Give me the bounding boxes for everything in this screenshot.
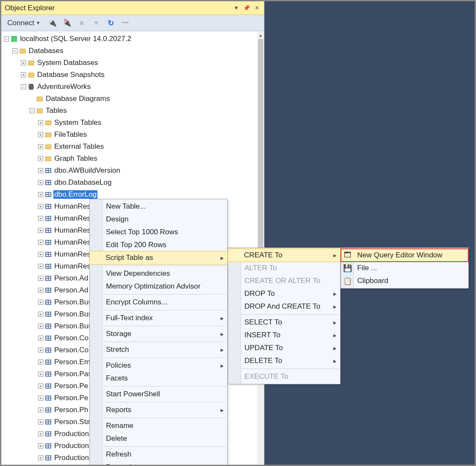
expand-icon[interactable]: +: [38, 372, 43, 377]
expand-icon[interactable]: +: [38, 431, 43, 437]
menu-insert-to[interactable]: INSERT To: [228, 329, 340, 342]
menu-memory-opt[interactable]: Memory Optimization Advisor: [90, 280, 227, 293]
menu-view-dependencies[interactable]: View Dependencies: [90, 267, 227, 280]
menu-policies[interactable]: Policies: [90, 359, 227, 372]
menu-create-to[interactable]: CREATE To: [228, 248, 341, 262]
menu-stretch[interactable]: Stretch: [90, 343, 227, 356]
tree-adventureworks[interactable]: −AdventureWorks: [1, 81, 264, 93]
tree-label: Graph Tables: [53, 154, 98, 163]
menu-design[interactable]: Design: [90, 213, 227, 226]
expand-icon[interactable]: +: [21, 60, 26, 65]
expand-icon[interactable]: +: [38, 180, 43, 185]
tree-label: localhost (SQL Server 14.0.2027.2: [19, 35, 132, 43]
expand-icon[interactable]: +: [38, 144, 43, 149]
menu-script-table-as[interactable]: Script Table as: [89, 251, 228, 265]
expand-icon[interactable]: +: [38, 443, 43, 448]
collapse-icon[interactable]: −: [4, 36, 9, 41]
tree-dbdiag[interactable]: Database Diagrams: [1, 93, 264, 105]
menu-delete-to[interactable]: DELETE To: [228, 354, 340, 367]
tree-exttables[interactable]: +External Tables: [1, 141, 264, 153]
menu-edit-top[interactable]: Edit Top 200 Rows: [90, 239, 227, 251]
tree-tables[interactable]: −Tables: [1, 105, 264, 117]
menu-select-to[interactable]: SELECT To: [228, 316, 340, 329]
expand-icon[interactable]: +: [38, 240, 43, 245]
tree-databases[interactable]: −Databases: [1, 45, 264, 57]
tree-dbsnap[interactable]: +Database Snapshots: [1, 69, 264, 81]
expand-icon[interactable]: +: [38, 348, 43, 353]
collapse-icon[interactable]: −: [12, 48, 18, 53]
expand-icon[interactable]: +: [38, 276, 43, 281]
expand-icon[interactable]: +: [38, 288, 43, 293]
save-icon: 💾: [344, 264, 351, 272]
menu-reports[interactable]: Reports: [90, 404, 227, 416]
tree-label: System Tables: [53, 118, 102, 127]
close-icon[interactable]: ✕: [253, 5, 261, 11]
expand-icon[interactable]: +: [38, 132, 43, 137]
expand-icon[interactable]: +: [38, 264, 43, 269]
expand-icon[interactable]: +: [38, 312, 43, 317]
expand-icon[interactable]: +: [38, 204, 43, 209]
activity-icon[interactable]: 〰: [121, 19, 129, 27]
expand-icon[interactable]: +: [38, 216, 43, 221]
scroll-up-icon[interactable]: ▲: [257, 31, 264, 39]
tree-table-item[interactable]: +dbo.DatabaseLog: [1, 177, 264, 189]
menu-properties[interactable]: Properties: [90, 461, 227, 466]
stop-icon: ■: [78, 19, 85, 27]
tree-filetables[interactable]: +FileTables: [1, 129, 264, 141]
collapse-icon[interactable]: −: [21, 84, 26, 89]
tree-sysdb[interactable]: +System Databases: [1, 57, 264, 69]
menu-select-top[interactable]: Select Top 1000 Rows: [90, 226, 227, 239]
expand-icon[interactable]: +: [38, 252, 43, 257]
menu-separator: [103, 326, 226, 326]
expand-icon[interactable]: +: [38, 383, 43, 389]
menu-clipboard[interactable]: 📋 Clipboard: [341, 274, 468, 287]
expand-icon[interactable]: +: [38, 419, 43, 425]
menu-file[interactable]: 💾 File ...: [341, 262, 468, 274]
menu-update-to[interactable]: UPDATE To: [228, 342, 340, 354]
connect-icon[interactable]: 🔌: [49, 19, 56, 27]
tree-table-item[interactable]: +dbo.AWBuildVersion: [1, 165, 264, 177]
table-icon: [45, 215, 52, 222]
connect-label: Connect: [7, 19, 34, 27]
expand-icon[interactable]: +: [38, 300, 43, 305]
tree-label: Person.Bus: [53, 310, 93, 319]
expand-icon[interactable]: +: [38, 228, 43, 233]
tree-graphtables[interactable]: +Graph Tables: [1, 153, 264, 165]
tree-server[interactable]: −localhost (SQL Server 14.0.2027.2: [1, 33, 264, 45]
menu-rename[interactable]: Rename: [90, 419, 227, 432]
menu-refresh[interactable]: Refresh: [90, 448, 227, 461]
menu-new-query-editor[interactable]: 🗔 New Query Editor Window: [341, 249, 468, 262]
expand-icon[interactable]: +: [38, 360, 43, 365]
menu-separator: [103, 265, 226, 266]
refresh-icon[interactable]: ↻: [107, 19, 115, 27]
collapse-icon[interactable]: −: [29, 108, 35, 113]
dropdown-icon[interactable]: ▼: [232, 5, 240, 11]
expand-icon[interactable]: +: [38, 395, 43, 401]
menu-fulltext-index[interactable]: Full-Text index: [90, 312, 227, 324]
menu-drop-to[interactable]: DROP To: [228, 287, 340, 300]
connect-button[interactable]: Connect ▼: [6, 18, 42, 28]
menu-new-table[interactable]: New Table...: [90, 200, 227, 213]
expand-icon[interactable]: +: [21, 72, 26, 77]
menu-facets[interactable]: Facets: [90, 372, 227, 385]
disconnect-icon[interactable]: 🔌✕: [63, 19, 71, 27]
tree-label: System Databases: [36, 59, 99, 67]
menu-start-powershell[interactable]: Start PowerShell: [90, 388, 227, 401]
expand-icon[interactable]: +: [38, 192, 43, 197]
expand-icon[interactable]: +: [38, 168, 43, 173]
expand-icon[interactable]: +: [38, 407, 43, 413]
menu-storage[interactable]: Storage: [90, 327, 227, 340]
menu-encrypt-columns[interactable]: Encrypt Columns...: [90, 296, 227, 309]
expand-icon[interactable]: +: [38, 455, 43, 460]
tree-systables[interactable]: +System Tables: [1, 117, 264, 129]
menu-drop-and-create-to[interactable]: DROP And CREATE To: [228, 300, 340, 313]
expand-icon[interactable]: +: [38, 324, 43, 329]
expand-icon[interactable]: +: [38, 336, 43, 341]
pin-icon[interactable]: 📌: [243, 5, 250, 11]
menu-delete[interactable]: Delete: [90, 432, 227, 445]
tree-label: Person.Bus: [53, 322, 93, 330]
table-icon: [45, 251, 52, 258]
expand-icon[interactable]: +: [38, 120, 43, 125]
expand-icon[interactable]: +: [38, 156, 43, 161]
tree-label: Tables: [45, 106, 68, 115]
